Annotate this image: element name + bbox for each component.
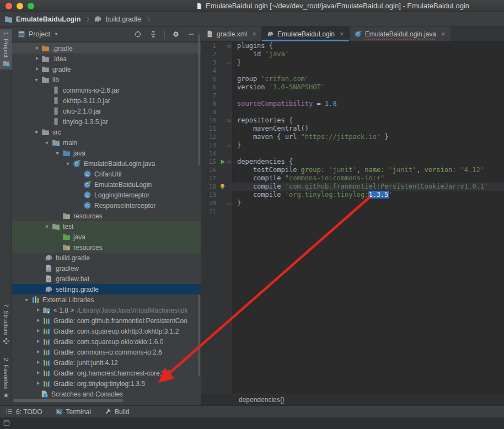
run-gutter-icon[interactable] (219, 158, 226, 165)
expand-arrow-right-icon[interactable] (34, 368, 42, 378)
fold-close-icon[interactable] (226, 143, 232, 148)
expand-arrow-down-icon[interactable] (65, 158, 73, 169)
expand-arrow-right-icon[interactable] (34, 378, 42, 389)
code-editor[interactable]: 1plugins {2 id 'java'3}45group 'crifan.c… (201, 42, 504, 394)
close-window-button[interactable] (6, 3, 12, 9)
code-line[interactable]: 11 mavenCentral() (201, 125, 504, 133)
code-line[interactable]: 14 (201, 149, 504, 158)
code-line[interactable]: 13} (201, 141, 504, 149)
fold-close-icon[interactable] (226, 201, 232, 206)
expand-arrow-right-icon[interactable] (33, 64, 41, 74)
expand-arrow-right-icon[interactable] (34, 336, 42, 347)
code-line[interactable]: 9 (201, 108, 504, 116)
tree-row[interactable]: src (12, 127, 201, 137)
editor-tab-gradle.xml[interactable]: gradle.xml× (201, 26, 262, 41)
code-line[interactable]: 19 compile 'org.tinylog:tinylog:1.3.5' (201, 191, 504, 199)
code-line[interactable]: 7 (201, 92, 504, 100)
horizontal-scrollbar[interactable] (13, 399, 124, 402)
code-line[interactable]: 15dependencies { (201, 158, 504, 166)
tree-row[interactable]: CCrifanUtil (12, 169, 201, 179)
expand-arrow-down-icon[interactable] (33, 74, 41, 85)
tree-row[interactable]: CLoggingInterceptor (12, 190, 201, 200)
vertical-scrollbar[interactable] (198, 34, 200, 165)
tree-row[interactable]: java (12, 232, 201, 242)
tree-row[interactable]: Gradle: com.squareup.okio:okio:1.6.0 (12, 336, 201, 347)
expand-arrow-down-icon[interactable] (44, 221, 52, 232)
tree-row[interactable]: test (12, 221, 201, 232)
expand-arrow-down-icon[interactable] (54, 148, 62, 158)
expand-arrow-right-icon[interactable] (34, 305, 42, 315)
tree-row[interactable]: resources (12, 211, 201, 221)
code-line[interactable]: 1plugins { (201, 42, 504, 50)
code-line[interactable]: 5group 'crifan.com' (201, 75, 504, 83)
tree-row[interactable]: .idea (12, 53, 201, 64)
expand-arrow-down-icon[interactable] (23, 294, 31, 305)
fold-close-icon[interactable] (226, 60, 232, 66)
expand-arrow-down-icon[interactable] (33, 127, 41, 137)
tree-row[interactable]: resources (12, 242, 201, 253)
code-line[interactable]: 16 testCompile group: 'junit', name: 'ju… (201, 166, 504, 174)
expand-arrow-right-icon[interactable] (34, 326, 42, 336)
tool-window-button-favorites[interactable]: 2: Favorites ★ (0, 355, 12, 402)
tree-row[interactable]: tinylog-1.3.5.jar (12, 116, 201, 127)
todo-tool-button[interactable]: 6: TODO (6, 408, 42, 416)
code-line[interactable]: 21 (201, 207, 504, 216)
tree-row[interactable]: gradlew (12, 263, 201, 274)
code-line[interactable]: 8sourceCompatibility = 1.8 (201, 100, 504, 108)
tool-window-button-structure[interactable]: 7: Structure (0, 301, 12, 347)
minimize-window-button[interactable] (17, 3, 23, 9)
locate-file-button[interactable] (132, 28, 144, 40)
tree-row[interactable]: CEmulateBaiduLogin.java (12, 158, 201, 169)
zoom-window-button[interactable] (28, 3, 34, 9)
vertical-scrollbar[interactable] (198, 294, 200, 376)
panel-settings-button[interactable] (170, 28, 182, 40)
expand-arrow-down-icon[interactable] (44, 137, 52, 148)
tree-row[interactable]: .gradle (12, 43, 201, 53)
tree-row[interactable]: Gradle: org.hamcrest:hamcrest-core:1.3 (12, 368, 201, 378)
code-line[interactable]: 2 id 'java' (201, 50, 504, 58)
fold-open-icon[interactable] (226, 118, 232, 124)
tree-row[interactable]: commons-io-2.6.jar (12, 85, 201, 95)
code-line[interactable]: 20} (201, 199, 504, 207)
code-line[interactable]: 4 (201, 67, 504, 75)
collapse-all-button[interactable] (147, 28, 159, 40)
tree-row[interactable]: Gradle: org.tinylog:tinylog:1.3.5 (12, 378, 201, 389)
tree-row[interactable]: Gradle: commons-io:commons-io:2.6 (12, 347, 201, 357)
code-line[interactable]: 10repositories { (201, 116, 504, 125)
code-line[interactable]: 6version '1.0-SNAPSHOT' (201, 83, 504, 92)
code-line[interactable]: 3} (201, 58, 504, 67)
expand-arrow-right-icon[interactable] (34, 347, 42, 357)
tree-row[interactable]: gradlew.bat (12, 274, 201, 284)
tree-row[interactable]: CEmulateBaiduLogin (12, 179, 201, 190)
tree-row[interactable]: gradle (12, 64, 201, 74)
editor-tab-EmulateBaiduLogin.java[interactable]: CEmulateBaiduLogin.java× (350, 26, 451, 41)
terminal-tool-button[interactable]: Terminal (56, 408, 91, 416)
tree-row[interactable]: Gradle: junit:junit:4.12 (12, 357, 201, 368)
tree-row[interactable]: CResponseInterceptor (12, 200, 201, 211)
tree-row[interactable]: Gradle: com.squareup.okhttp3:okhttp:3.1.… (12, 326, 201, 336)
editor-tab-EmulateBaiduLogin[interactable]: EmulateBaiduLogin× (262, 26, 350, 41)
fold-open-icon[interactable] (226, 44, 232, 49)
close-tab-icon[interactable]: × (340, 30, 344, 37)
close-tab-icon[interactable]: × (441, 30, 446, 37)
expand-arrow-right-icon[interactable] (34, 315, 42, 326)
hide-panel-button[interactable] (185, 28, 197, 40)
tree-row[interactable]: External Libraries (12, 294, 201, 305)
tree-row[interactable]: Gradle: com.github.franmontiel:Persisten… (12, 315, 201, 326)
expand-arrow-right-icon[interactable] (34, 357, 42, 368)
code-line[interactable]: 17 compile "commons-io:commons-io:+" (201, 174, 504, 183)
tree-row[interactable]: build.gradle (12, 253, 201, 263)
breadcrumb-file[interactable]: build.gradle (105, 15, 141, 23)
editor-breadcrumb[interactable]: dependencies{} (201, 394, 504, 405)
tree-row[interactable]: settings.gradle (12, 284, 201, 294)
tree-row[interactable]: < 1.8 >/Library/Java/JavaVirtualMachines… (12, 305, 201, 315)
close-tab-icon[interactable]: × (252, 30, 256, 37)
expand-arrow-right-icon[interactable] (33, 43, 41, 53)
chevron-down-icon[interactable] (55, 33, 58, 35)
project-panel-title[interactable]: Project (29, 30, 50, 38)
intention-bulb-icon[interactable] (219, 183, 226, 190)
tool-window-toggle-icon[interactable] (3, 419, 10, 427)
tree-row[interactable]: Scratches and Consoles (12, 389, 201, 399)
tree-row[interactable]: okio-2.1.0.jar (12, 106, 201, 116)
tree-row[interactable]: main (12, 137, 201, 148)
